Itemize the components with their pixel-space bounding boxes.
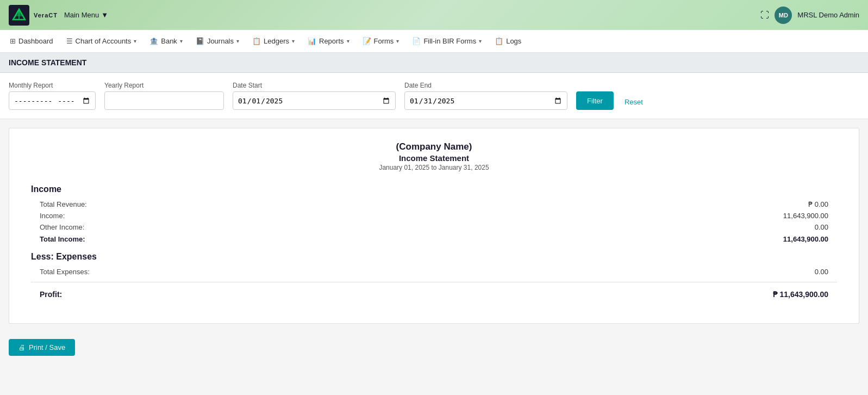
nav-label-journals: Journals [207, 37, 234, 45]
profit-value: ₱ 11,643,900.00 [773, 290, 828, 299]
total-expenses-label: Total Expenses: [40, 268, 90, 276]
nav-label-dashboard: Dashboard [18, 37, 53, 45]
logs-icon: 📋 [495, 37, 503, 45]
sidebar-item-forms[interactable]: 📝 Forms ▾ [357, 34, 405, 48]
sidebar-item-reports[interactable]: 📊 Reports ▾ [302, 34, 355, 48]
journals-chevron: ▾ [236, 38, 239, 44]
report-period: January 01, 2025 to January 31, 2025 [31, 164, 837, 171]
yearly-report-group: Yearly Report [104, 82, 224, 110]
user-name: MRSL Demo Admin [797, 11, 859, 19]
forms-chevron: ▾ [396, 38, 399, 44]
bottom-bar: 🖨 Print / Save [0, 332, 868, 362]
total-income-value: 11,643,900.00 [783, 235, 828, 243]
filter-button[interactable]: Filter [576, 91, 614, 110]
total-expenses-value: 0.00 [815, 268, 828, 276]
nav-label-forms: Forms [374, 37, 394, 45]
reports-icon: 📊 [308, 37, 316, 45]
report-container: (Company Name) Income Statement January … [0, 119, 868, 332]
date-start-group: Date Start [233, 82, 396, 110]
logo-text: VeraCT [34, 12, 58, 18]
total-income-line: Total Income: 11,643,900.00 [31, 233, 837, 245]
yearly-report-label: Yearly Report [104, 82, 224, 89]
user-avatar: MD [775, 7, 792, 24]
navbar: ⊞ Dashboard ☰ Chart of Accounts ▾ 🏦 Bank… [0, 30, 868, 53]
date-start-input[interactable] [233, 91, 396, 110]
nav-label-chart-of-accounts: Chart of Accounts [76, 37, 132, 45]
sidebar-item-ledgers[interactable]: 📋 Ledgers ▾ [247, 34, 300, 48]
monthly-report-input[interactable] [9, 91, 96, 110]
chart-of-accounts-chevron: ▾ [134, 38, 136, 44]
main-menu-label: Main Menu [64, 11, 99, 19]
sidebar-item-dashboard[interactable]: ⊞ Dashboard [4, 34, 59, 48]
bank-icon: 🏦 [149, 37, 158, 45]
journals-icon: 📓 [196, 37, 204, 45]
expenses-heading: Less: Expenses [31, 252, 837, 262]
report-title: Income Statement [31, 153, 837, 163]
ledgers-icon: 📋 [252, 37, 261, 45]
bir-forms-icon: 📄 [412, 37, 421, 45]
other-income-value: 0.00 [815, 223, 828, 231]
income-heading: Income [31, 184, 837, 194]
total-revenue-value: ₱ 0.00 [808, 200, 828, 208]
chart-of-accounts-icon: ☰ [66, 37, 73, 45]
report-header: (Company Name) Income Statement January … [31, 141, 837, 171]
date-end-input[interactable] [404, 91, 567, 110]
date-end-group: Date End [404, 82, 567, 110]
topbar: VeraCT Main Menu ▼ ⛶ MD MRSL Demo Admin [0, 0, 868, 30]
dashboard-icon: ⊞ [10, 37, 16, 45]
report-card: (Company Name) Income Statement January … [9, 128, 859, 324]
logo-container: VeraCT [9, 5, 58, 26]
sidebar-item-fill-in-bir-forms[interactable]: 📄 Fill-in BIR Forms ▾ [407, 34, 487, 48]
main-menu-chevron: ▼ [101, 11, 108, 19]
logo-icon [9, 5, 29, 26]
ledgers-chevron: ▾ [292, 38, 295, 44]
other-income-label: Other Income: [40, 223, 84, 231]
monthly-report-label: Monthly Report [9, 82, 96, 89]
profit-divider [31, 282, 837, 282]
profit-line: Profit: ₱ 11,643,900.00 [31, 287, 837, 302]
printer-icon: 🖨 [18, 343, 26, 351]
profit-label: Profit: [40, 290, 62, 299]
print-save-button[interactable]: 🖨 Print / Save [9, 339, 75, 356]
total-income-label: Total Income: [40, 235, 85, 243]
total-revenue-line: Total Revenue: ₱ 0.00 [31, 199, 837, 210]
nav-label-ledgers: Ledgers [264, 37, 289, 45]
income-label: Income: [40, 212, 65, 220]
sidebar-item-journals[interactable]: 📓 Journals ▾ [190, 34, 245, 48]
topbar-right: ⛶ MD MRSL Demo Admin [760, 7, 859, 24]
report-company-name: (Company Name) [31, 141, 837, 152]
topbar-left: VeraCT Main Menu ▼ [9, 5, 108, 26]
nav-label-reports: Reports [319, 37, 344, 45]
total-revenue-label: Total Revenue: [40, 200, 87, 208]
sidebar-item-chart-of-accounts[interactable]: ☰ Chart of Accounts ▾ [61, 34, 142, 48]
main-menu-button[interactable]: Main Menu ▼ [64, 11, 108, 19]
nav-label-bank: Bank [161, 37, 177, 45]
income-line: Income: 11,643,900.00 [31, 210, 837, 221]
other-income-line: Other Income: 0.00 [31, 221, 837, 233]
print-save-label: Print / Save [29, 343, 65, 351]
reset-button[interactable]: Reset [622, 94, 645, 110]
nav-label-bir-forms: Fill-in BIR Forms [423, 37, 476, 45]
sidebar-item-bank[interactable]: 🏦 Bank ▾ [144, 34, 188, 48]
income-value: 11,643,900.00 [783, 212, 828, 220]
forms-icon: 📝 [363, 37, 371, 45]
date-end-label: Date End [404, 82, 567, 89]
sidebar-item-logs[interactable]: 📋 Logs [489, 34, 527, 48]
nav-label-logs: Logs [506, 37, 521, 45]
yearly-report-input[interactable] [104, 91, 224, 110]
bir-forms-chevron: ▾ [479, 38, 482, 44]
bank-chevron: ▾ [180, 38, 183, 44]
page-title: INCOME STATEMENT [0, 53, 868, 73]
fullscreen-icon[interactable]: ⛶ [760, 10, 769, 20]
date-start-label: Date Start [233, 82, 396, 89]
total-expenses-line: Total Expenses: 0.00 [31, 266, 837, 277]
filter-row: Monthly Report Yearly Report Date Start … [0, 73, 868, 119]
monthly-report-group: Monthly Report [9, 82, 96, 110]
reports-chevron: ▾ [347, 38, 349, 44]
